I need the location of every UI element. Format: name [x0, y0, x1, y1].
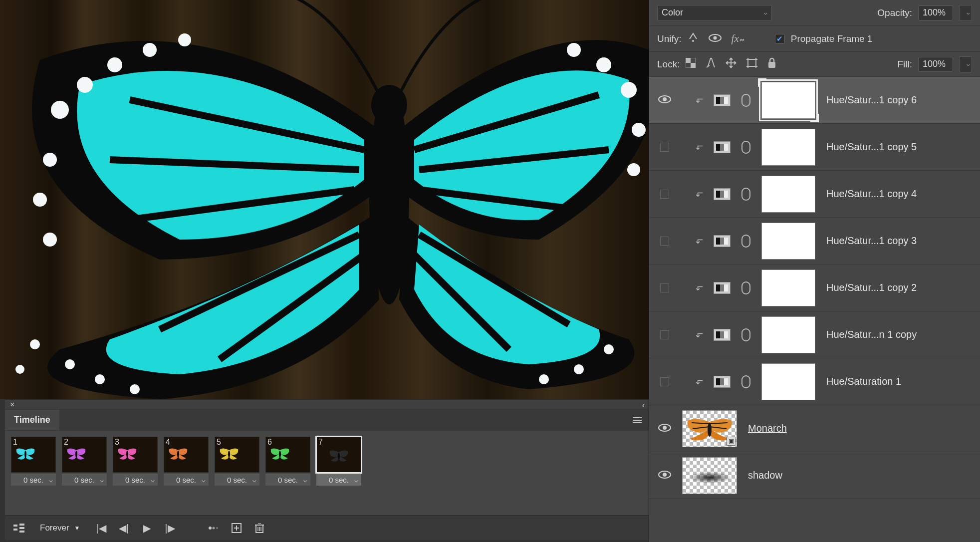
- loop-select[interactable]: Forever ▼: [36, 523, 84, 533]
- layer-name[interactable]: shadow: [748, 470, 782, 481]
- layer-mask-thumb[interactable]: [761, 270, 815, 306]
- layer-mask-thumb[interactable]: [761, 129, 815, 166]
- layer-name[interactable]: Hue/Satur...1 copy 2: [826, 282, 917, 293]
- layer-row[interactable]: ▣ Monarch: [649, 405, 980, 452]
- timeline-frame[interactable]: 3 0 sec.⌵: [113, 437, 158, 486]
- timeline-frame[interactable]: 7 0 sec.⌵: [316, 437, 361, 486]
- frame-delay[interactable]: 0 sec.⌵: [316, 474, 361, 486]
- unify-visibility-icon[interactable]: [709, 32, 722, 45]
- layer-name[interactable]: Hue/Satur...1 copy 6: [826, 94, 917, 106]
- visibility-toggle[interactable]: [660, 143, 669, 152]
- blend-mode-select[interactable]: Color ⌵: [657, 5, 772, 21]
- svg-rect-33: [19, 527, 24, 529]
- frame-delay[interactable]: 0 sec.⌵: [11, 474, 56, 486]
- visibility-toggle[interactable]: [660, 283, 669, 292]
- fill-slider-toggle[interactable]: ⌵: [959, 56, 972, 72]
- fill-input[interactable]: 100%: [918, 57, 953, 72]
- frame-delay[interactable]: 0 sec.⌵: [265, 474, 310, 486]
- visibility-toggle[interactable]: [658, 469, 671, 482]
- layer-row[interactable]: ↳ Hue/Saturation 1: [649, 358, 980, 405]
- visibility-toggle[interactable]: [660, 237, 669, 246]
- svg-rect-30: [13, 525, 17, 527]
- link-mask-icon[interactable]: [741, 188, 750, 201]
- frame-delay[interactable]: 0 sec.⌵: [215, 474, 259, 486]
- layer-mask-thumb[interactable]: [761, 176, 815, 213]
- layer-row[interactable]: ↳ Hue/Satur...n 1 copy: [649, 311, 980, 358]
- frame-delay[interactable]: 0 sec.⌵: [164, 474, 209, 486]
- frame-number: 5: [217, 438, 221, 447]
- delete-frame-button[interactable]: [253, 523, 265, 533]
- lock-pixels-icon[interactable]: [706, 57, 716, 71]
- svg-point-26: [177, 451, 179, 458]
- prev-frame-button[interactable]: ◀|: [118, 522, 130, 534]
- svg-point-8: [33, 193, 47, 207]
- layer-name[interactable]: Hue/Saturation 1: [826, 376, 901, 387]
- visibility-toggle[interactable]: [658, 94, 671, 107]
- layer-row[interactable]: ↳ Hue/Satur...1 copy 3: [649, 218, 980, 265]
- visibility-toggle[interactable]: [660, 377, 669, 386]
- tween-button[interactable]: [208, 524, 220, 532]
- layer-thumb[interactable]: [682, 457, 737, 494]
- unify-style-icon[interactable]: fx⇔: [732, 32, 744, 45]
- lock-artboard-icon[interactable]: [746, 58, 757, 71]
- link-mask-icon[interactable]: [741, 328, 750, 341]
- layer-row[interactable]: shadow: [649, 452, 980, 499]
- collapse-icon[interactable]: ‹‹: [642, 401, 643, 409]
- timeline-frame[interactable]: 5 0 sec.⌵: [215, 437, 259, 486]
- layer-row[interactable]: ↳ Hue/Satur...1 copy 4: [649, 171, 980, 218]
- unify-position-icon[interactable]: [688, 32, 699, 46]
- play-button[interactable]: ▶: [141, 522, 153, 534]
- convert-timeline-icon[interactable]: [13, 524, 25, 533]
- layer-mask-thumb[interactable]: [761, 223, 815, 260]
- svg-point-18: [632, 123, 646, 137]
- timeline-frame[interactable]: 1 0 sec.⌵: [11, 437, 56, 486]
- layer-name[interactable]: Hue/Satur...1 copy 5: [826, 141, 917, 153]
- frame-delay[interactable]: 0 sec.⌵: [113, 474, 158, 486]
- frame-number: 4: [166, 438, 170, 447]
- layer-name[interactable]: Hue/Satur...1 copy 4: [826, 188, 917, 200]
- svg-point-19: [627, 163, 640, 176]
- opacity-input[interactable]: 100%: [918, 5, 953, 20]
- layer-mask-thumb[interactable]: [761, 316, 815, 353]
- visibility-toggle[interactable]: [660, 330, 669, 339]
- visibility-toggle[interactable]: [660, 190, 669, 199]
- svg-point-23: [24, 451, 26, 458]
- next-frame-button[interactable]: |▶: [164, 522, 176, 534]
- timeline-frame[interactable]: 2 0 sec.⌵: [62, 437, 107, 486]
- new-frame-button[interactable]: [231, 523, 243, 533]
- propagate-checkbox[interactable]: ✔: [775, 34, 785, 44]
- layer-name[interactable]: Hue/Satur...1 copy 3: [826, 235, 917, 247]
- layer-mask-thumb[interactable]: [761, 82, 815, 119]
- lock-all-icon[interactable]: [767, 57, 776, 71]
- clip-indicator-icon: ↳: [694, 190, 705, 198]
- frame-delay[interactable]: 0 sec.⌵: [62, 474, 107, 486]
- layer-name[interactable]: Hue/Satur...n 1 copy: [826, 329, 917, 340]
- panel-menu-icon[interactable]: [633, 416, 642, 425]
- link-mask-icon[interactable]: [741, 235, 750, 248]
- opacity-slider-toggle[interactable]: ⌵: [959, 5, 972, 21]
- svg-point-60: [663, 97, 667, 101]
- timeline-frame[interactable]: 4 0 sec.⌵: [164, 437, 209, 486]
- first-frame-button[interactable]: |◀: [95, 522, 107, 534]
- tab-timeline[interactable]: Timeline: [5, 410, 59, 430]
- svg-rect-52: [691, 63, 696, 68]
- svg-point-35: [209, 527, 212, 530]
- lock-transparent-icon[interactable]: [686, 58, 696, 71]
- adjustment-thumb-icon: [714, 235, 731, 247]
- svg-rect-58: [768, 62, 775, 68]
- layer-row[interactable]: ↳ Hue/Satur...1 copy 5: [649, 124, 980, 171]
- layer-row[interactable]: ↳ Hue/Satur...1 copy 2: [649, 265, 980, 311]
- layer-mask-thumb[interactable]: [761, 363, 815, 400]
- link-mask-icon[interactable]: [741, 281, 750, 294]
- close-icon[interactable]: ×: [10, 400, 14, 409]
- link-mask-icon[interactable]: [741, 94, 750, 107]
- lock-position-icon[interactable]: [726, 57, 736, 71]
- visibility-toggle[interactable]: [658, 422, 671, 435]
- layer-row[interactable]: ↳ Hue/Satur...1 copy 6: [649, 77, 980, 124]
- timeline-frame[interactable]: 6 0 sec.⌵: [265, 437, 310, 486]
- link-mask-icon[interactable]: [741, 141, 750, 154]
- layer-thumb[interactable]: ▣: [682, 410, 737, 447]
- layer-name[interactable]: Monarch: [748, 423, 787, 434]
- link-mask-icon[interactable]: [741, 375, 750, 388]
- document-canvas[interactable]: [0, 0, 649, 399]
